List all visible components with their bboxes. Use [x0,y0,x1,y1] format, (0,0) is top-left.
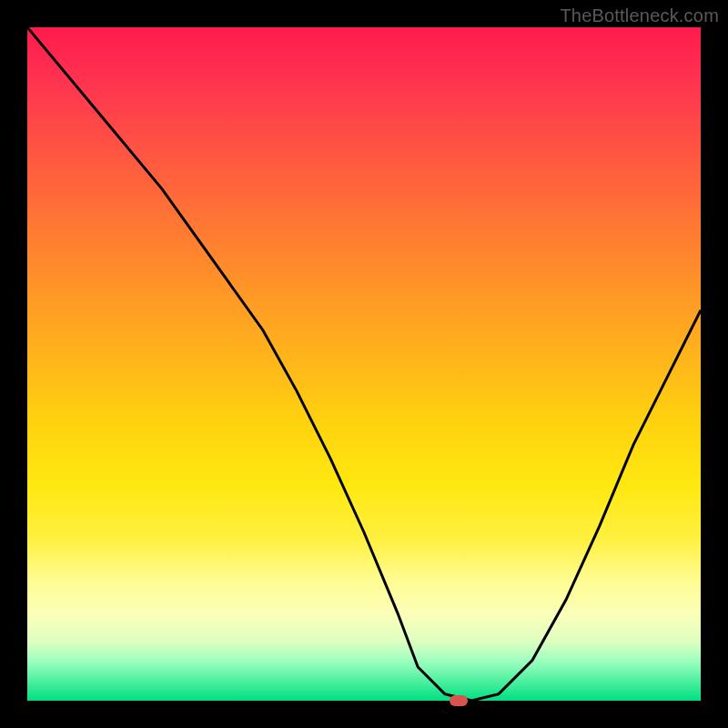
bottleneck-curve [27,27,701,701]
chart-container: TheBottleneck.com [0,0,728,728]
brand-watermark: TheBottleneck.com [560,5,719,26]
minimum-marker [450,695,468,706]
curve-svg [27,27,701,701]
